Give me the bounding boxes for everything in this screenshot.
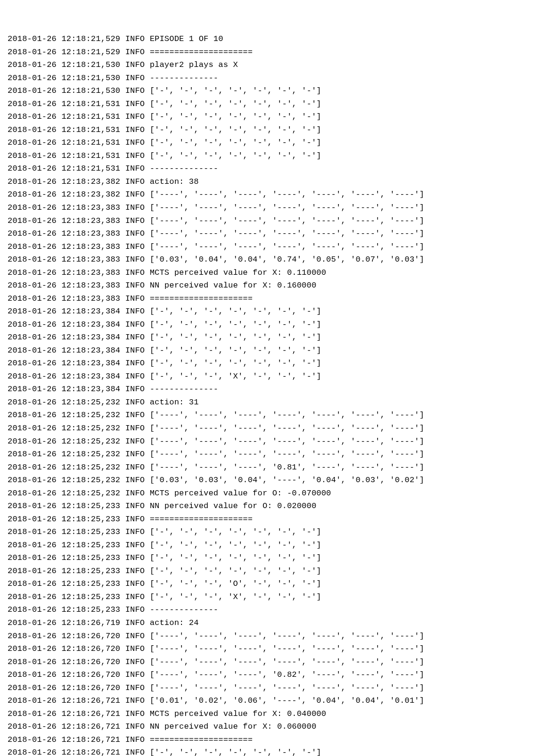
log-output: 2018-01-26 12:18:21,529 INFO EPISODE 1 O… (8, 33, 551, 756)
